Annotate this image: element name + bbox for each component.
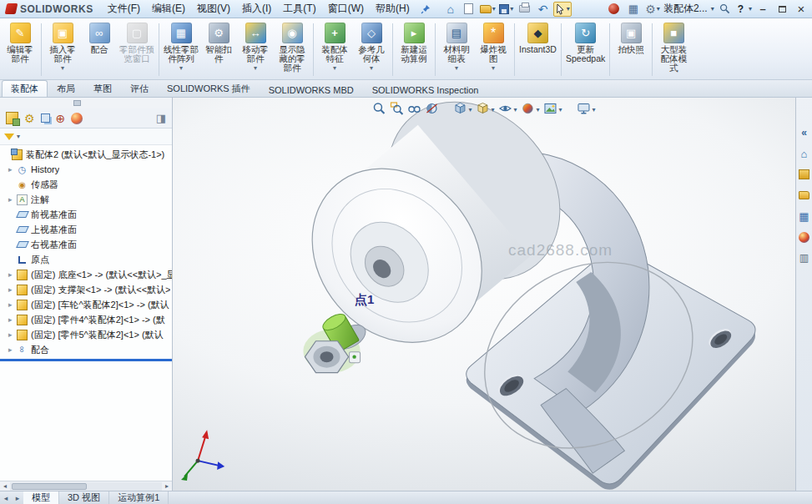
chevron-down-icon[interactable] xyxy=(491,106,494,113)
ribbon-reference-geometry[interactable]: 参考几 何体 xyxy=(353,20,390,79)
ribbon-update-speedpak[interactable]: 更新 Speedpak xyxy=(564,20,607,79)
tab-sw-inspection[interactable]: SOLIDWORKS Inspection xyxy=(363,83,488,97)
expand-caret-icon[interactable] xyxy=(8,300,17,309)
chevron-down-icon[interactable] xyxy=(537,106,540,113)
apply-scene-icon[interactable] xyxy=(544,102,557,118)
edit-appearance-icon[interactable] xyxy=(522,102,535,118)
chevron-down-icon[interactable] xyxy=(468,106,472,113)
statusbar-tab-model[interactable]: 模型 xyxy=(23,491,59,504)
tree-item-top-plane[interactable]: 上视基准面 xyxy=(0,222,172,237)
displaymanager-icon[interactable] xyxy=(71,113,83,124)
appearances-scenes-icon[interactable] xyxy=(798,230,811,244)
chevron-down-icon[interactable] xyxy=(333,64,336,72)
tab-scroll-right-icon[interactable] xyxy=(12,491,23,504)
menu-tools[interactable]: 工具(T) xyxy=(277,0,321,18)
ribbon-instant3d[interactable]: Instant3D xyxy=(517,20,558,79)
ribbon-assembly-features[interactable]: 装配体 特征 xyxy=(316,20,353,79)
tab-sketch[interactable]: 草图 xyxy=(84,80,121,97)
dimxpert-icon[interactable] xyxy=(56,112,66,125)
panel-splitter[interactable] xyxy=(0,98,172,108)
chevron-down-icon[interactable] xyxy=(17,133,20,140)
3d-scene[interactable] xyxy=(173,98,795,491)
expand-caret-icon[interactable] xyxy=(8,315,17,324)
tree-item-right-plane[interactable]: 右视基准面 xyxy=(0,237,172,252)
tree-item-base[interactable]: (固定) 底座<1> -> (默认<<默认>_显 xyxy=(0,267,172,282)
ribbon-show-hidden-components[interactable]: 显示隐 藏的零 部件 xyxy=(274,20,310,79)
tree-item-sensors[interactable]: 传感器 xyxy=(0,177,172,192)
zoom-area-icon[interactable] xyxy=(390,102,403,118)
ribbon-smart-fasteners[interactable]: 智能扣 件 xyxy=(200,20,237,79)
graphics-viewport[interactable]: cad2688.com 点1 xyxy=(173,98,795,491)
chevron-down-icon[interactable] xyxy=(370,64,373,72)
tab-assembly[interactable]: 装配体 xyxy=(2,80,48,97)
tree-item-root[interactable]: 装配体2 (默认<默认_显示状态-1>) xyxy=(0,147,172,162)
tree-item-part4[interactable]: (固定) [零件4^装配体2]<1> -> (默 xyxy=(0,312,172,327)
scrollbar-thumb[interactable] xyxy=(12,483,87,490)
select-cursor-icon[interactable] xyxy=(553,2,572,17)
view-orientation-icon[interactable] xyxy=(453,102,467,118)
ribbon-take-snapshot[interactable]: 拍快照 xyxy=(613,20,649,79)
view-settings-icon[interactable] xyxy=(577,102,591,118)
chevron-down-icon[interactable] xyxy=(455,64,458,72)
hide-show-items-icon[interactable] xyxy=(498,102,512,118)
open-document-icon[interactable] xyxy=(479,2,497,17)
display-style-icon[interactable] xyxy=(476,102,489,118)
design-library-icon[interactable] xyxy=(798,168,811,181)
help-button[interactable]: ? xyxy=(736,3,745,15)
tree-item-annotations[interactable]: 注解 xyxy=(0,192,172,207)
menu-edit[interactable]: 编辑(E) xyxy=(146,0,191,18)
statusbar-tab-motionstudy[interactable]: 运动算例1 xyxy=(109,491,169,504)
ribbon-move-component[interactable]: 移动零 部件 xyxy=(237,20,274,79)
chevron-down-icon[interactable] xyxy=(657,5,660,13)
ribbon-edit-component[interactable]: 编辑零 部件 xyxy=(2,20,38,79)
ribbon-insert-component[interactable]: 插入零 部件 xyxy=(44,20,81,79)
chevron-down-icon[interactable] xyxy=(711,5,714,13)
zoom-fit-icon[interactable] xyxy=(372,102,386,118)
options-gear-icon[interactable] xyxy=(644,2,661,17)
chevron-down-icon[interactable] xyxy=(510,5,513,13)
tree-item-origin[interactable]: 原点 xyxy=(0,252,172,267)
document-name[interactable]: 装配体2... xyxy=(663,2,708,16)
panel-options-icon[interactable] xyxy=(156,112,166,124)
new-document-icon[interactable] xyxy=(461,2,477,17)
tree-item-history[interactable]: History xyxy=(0,162,172,177)
tab-sw-mbd[interactable]: SOLIDWORKS MBD xyxy=(260,83,363,97)
ribbon-exploded-view[interactable]: 爆炸视 图 xyxy=(475,20,512,79)
close-button[interactable] xyxy=(793,3,809,16)
expand-caret-icon[interactable] xyxy=(8,330,17,339)
panel-horizontal-scrollbar[interactable] xyxy=(0,481,172,491)
featuremanager-tree-icon[interactable] xyxy=(6,112,18,124)
tree-item-wheel[interactable]: (固定) [车轮^装配体2]<1> -> (默认 xyxy=(0,297,172,312)
section-view-icon[interactable] xyxy=(425,102,438,118)
tree-item-front-plane[interactable]: 前视基准面 xyxy=(0,207,172,222)
chevron-down-icon[interactable] xyxy=(593,106,596,113)
expand-caret-icon[interactable] xyxy=(8,285,17,294)
menu-view[interactable]: 视图(V) xyxy=(191,0,236,18)
chevron-down-icon[interactable] xyxy=(179,64,183,72)
scrollbar-track[interactable] xyxy=(10,482,162,491)
tree-item-part5[interactable]: (固定) [零件5^装配体2]<1> (默认 xyxy=(0,327,172,342)
ribbon-bill-of-materials[interactable]: 材料明 细表 xyxy=(438,20,475,79)
ribbon-new-motion-study[interactable]: 新建运 动算例 xyxy=(396,20,432,79)
chevron-down-icon[interactable] xyxy=(61,64,64,72)
tab-scroll-left-icon[interactable] xyxy=(0,491,12,504)
menu-file[interactable]: 文件(F) xyxy=(102,0,146,18)
expand-caret-icon[interactable] xyxy=(8,270,17,279)
chevron-down-icon[interactable] xyxy=(749,5,752,13)
splitter-grip-icon[interactable] xyxy=(73,100,81,106)
tree-item-mates[interactable]: 配合 xyxy=(0,342,172,357)
ribbon-linear-pattern[interactable]: 线性零部 件阵列 xyxy=(162,20,200,79)
chevron-down-icon[interactable] xyxy=(254,64,257,72)
pin-menubar-icon[interactable] xyxy=(421,4,431,14)
configurationmanager-icon[interactable] xyxy=(41,113,50,123)
undo-icon[interactable] xyxy=(535,2,552,17)
tab-sw-addins[interactable]: SOLIDWORKS 插件 xyxy=(158,80,260,97)
ribbon-mate[interactable]: 配合 xyxy=(81,20,118,79)
tab-layout[interactable]: 布局 xyxy=(48,80,84,97)
save-icon[interactable] xyxy=(498,2,515,17)
expand-caret-icon[interactable] xyxy=(8,345,17,354)
minimize-button[interactable] xyxy=(754,3,771,16)
solidworks-resources-icon[interactable] xyxy=(798,147,811,160)
statusbar-tab-3dviews[interactable]: 3D 视图 xyxy=(59,491,109,504)
menu-window[interactable]: 窗口(W) xyxy=(322,0,370,18)
